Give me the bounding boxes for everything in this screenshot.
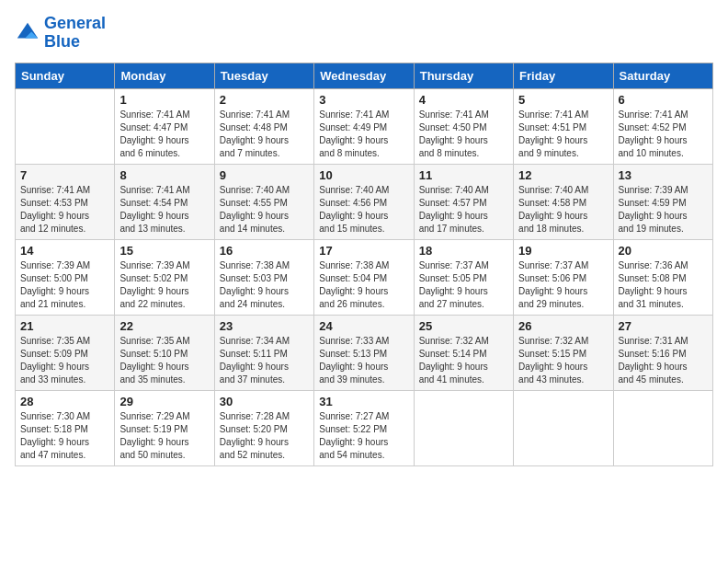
day-info: Sunrise: 7:41 AM Sunset: 4:53 PM Dayligh… — [20, 184, 109, 236]
calendar-cell: 2Sunrise: 7:41 AM Sunset: 4:48 PM Daylig… — [214, 88, 313, 164]
day-number: 9 — [220, 168, 309, 182]
day-number: 19 — [518, 244, 608, 258]
day-number: 5 — [518, 93, 608, 107]
day-number: 11 — [419, 168, 508, 182]
calendar-cell: 3Sunrise: 7:41 AM Sunset: 4:49 PM Daylig… — [314, 88, 414, 164]
calendar-cell: 21Sunrise: 7:35 AM Sunset: 5:09 PM Dayli… — [16, 315, 115, 390]
calendar-cell — [16, 88, 115, 164]
calendar-cell: 8Sunrise: 7:41 AM Sunset: 4:54 PM Daylig… — [115, 164, 214, 239]
day-number: 23 — [220, 319, 309, 333]
calendar-cell: 30Sunrise: 7:28 AM Sunset: 5:20 PM Dayli… — [214, 390, 313, 465]
day-info: Sunrise: 7:33 AM Sunset: 5:13 PM Dayligh… — [319, 335, 408, 386]
day-info: Sunrise: 7:27 AM Sunset: 5:22 PM Dayligh… — [319, 410, 408, 462]
day-number: 4 — [419, 93, 508, 107]
day-number: 13 — [619, 168, 708, 182]
day-info: Sunrise: 7:30 AM Sunset: 5:18 PM Dayligh… — [20, 410, 109, 462]
week-row-5: 28Sunrise: 7:30 AM Sunset: 5:18 PM Dayli… — [16, 390, 713, 465]
page-header: General Blue — [15, 15, 713, 52]
calendar-cell: 5Sunrise: 7:41 AM Sunset: 4:51 PM Daylig… — [514, 88, 613, 164]
day-number: 22 — [119, 319, 209, 333]
day-number: 6 — [619, 93, 708, 107]
day-info: Sunrise: 7:41 AM Sunset: 4:48 PM Dayligh… — [220, 109, 309, 160]
calendar-cell: 17Sunrise: 7:38 AM Sunset: 5:04 PM Dayli… — [314, 239, 414, 315]
day-info: Sunrise: 7:34 AM Sunset: 5:11 PM Dayligh… — [220, 335, 309, 386]
day-number: 7 — [20, 168, 109, 182]
day-number: 26 — [518, 319, 608, 333]
week-row-4: 21Sunrise: 7:35 AM Sunset: 5:09 PM Dayli… — [16, 315, 713, 390]
column-header-friday: Friday — [514, 63, 613, 88]
day-number: 2 — [220, 93, 309, 107]
column-header-tuesday: Tuesday — [214, 63, 313, 88]
day-info: Sunrise: 7:32 AM Sunset: 5:15 PM Dayligh… — [518, 335, 608, 386]
day-number: 31 — [319, 395, 408, 408]
day-number: 17 — [319, 244, 408, 258]
day-info: Sunrise: 7:40 AM Sunset: 4:56 PM Dayligh… — [319, 184, 408, 236]
logo: General Blue — [15, 15, 106, 52]
day-info: Sunrise: 7:40 AM Sunset: 4:57 PM Dayligh… — [419, 184, 508, 236]
day-number: 20 — [619, 244, 708, 258]
calendar-cell: 29Sunrise: 7:29 AM Sunset: 5:19 PM Dayli… — [115, 390, 214, 465]
day-number: 25 — [419, 319, 508, 333]
day-info: Sunrise: 7:41 AM Sunset: 4:50 PM Dayligh… — [419, 109, 508, 160]
column-header-monday: Monday — [115, 63, 214, 88]
day-info: Sunrise: 7:41 AM Sunset: 4:54 PM Dayligh… — [119, 184, 209, 236]
day-number: 15 — [119, 244, 209, 258]
day-info: Sunrise: 7:35 AM Sunset: 5:09 PM Dayligh… — [20, 335, 109, 386]
day-info: Sunrise: 7:36 AM Sunset: 5:08 PM Dayligh… — [619, 259, 708, 311]
calendar-header-row: SundayMondayTuesdayWednesdayThursdayFrid… — [16, 63, 713, 88]
calendar-cell: 31Sunrise: 7:27 AM Sunset: 5:22 PM Dayli… — [314, 390, 414, 465]
day-info: Sunrise: 7:35 AM Sunset: 5:10 PM Dayligh… — [119, 335, 209, 386]
week-row-3: 14Sunrise: 7:39 AM Sunset: 5:00 PM Dayli… — [16, 239, 713, 315]
day-number: 12 — [518, 168, 608, 182]
day-number: 24 — [319, 319, 408, 333]
day-info: Sunrise: 7:28 AM Sunset: 5:20 PM Dayligh… — [220, 410, 309, 462]
day-info: Sunrise: 7:31 AM Sunset: 5:16 PM Dayligh… — [619, 335, 708, 386]
day-info: Sunrise: 7:41 AM Sunset: 4:52 PM Dayligh… — [619, 109, 708, 160]
day-number: 1 — [119, 93, 209, 107]
calendar-cell — [414, 390, 513, 465]
column-header-wednesday: Wednesday — [314, 63, 414, 88]
calendar-cell: 1Sunrise: 7:41 AM Sunset: 4:47 PM Daylig… — [115, 88, 214, 164]
calendar-cell: 23Sunrise: 7:34 AM Sunset: 5:11 PM Dayli… — [214, 315, 313, 390]
column-header-saturday: Saturday — [613, 63, 712, 88]
day-info: Sunrise: 7:39 AM Sunset: 5:00 PM Dayligh… — [20, 259, 109, 311]
calendar-cell: 25Sunrise: 7:32 AM Sunset: 5:14 PM Dayli… — [414, 315, 513, 390]
calendar-cell: 16Sunrise: 7:38 AM Sunset: 5:03 PM Dayli… — [214, 239, 313, 315]
calendar-cell: 26Sunrise: 7:32 AM Sunset: 5:15 PM Dayli… — [514, 315, 613, 390]
calendar-cell: 7Sunrise: 7:41 AM Sunset: 4:53 PM Daylig… — [16, 164, 115, 239]
calendar-cell: 10Sunrise: 7:40 AM Sunset: 4:56 PM Dayli… — [314, 164, 414, 239]
calendar-cell: 6Sunrise: 7:41 AM Sunset: 4:52 PM Daylig… — [613, 88, 712, 164]
day-number: 16 — [220, 244, 309, 258]
column-header-sunday: Sunday — [16, 63, 115, 88]
day-info: Sunrise: 7:41 AM Sunset: 4:47 PM Dayligh… — [119, 109, 209, 160]
day-number: 27 — [619, 319, 708, 333]
calendar-cell: 24Sunrise: 7:33 AM Sunset: 5:13 PM Dayli… — [314, 315, 414, 390]
day-info: Sunrise: 7:39 AM Sunset: 5:02 PM Dayligh… — [119, 259, 209, 311]
day-number: 8 — [119, 168, 209, 182]
day-info: Sunrise: 7:41 AM Sunset: 4:49 PM Dayligh… — [319, 109, 408, 160]
day-number: 28 — [20, 395, 109, 408]
calendar-cell: 13Sunrise: 7:39 AM Sunset: 4:59 PM Dayli… — [613, 164, 712, 239]
day-number: 21 — [20, 319, 109, 333]
day-info: Sunrise: 7:37 AM Sunset: 5:06 PM Dayligh… — [518, 259, 608, 311]
calendar-cell: 14Sunrise: 7:39 AM Sunset: 5:00 PM Dayli… — [16, 239, 115, 315]
column-header-thursday: Thursday — [414, 63, 513, 88]
calendar-cell: 11Sunrise: 7:40 AM Sunset: 4:57 PM Dayli… — [414, 164, 513, 239]
calendar-cell: 18Sunrise: 7:37 AM Sunset: 5:05 PM Dayli… — [414, 239, 513, 315]
day-info: Sunrise: 7:29 AM Sunset: 5:19 PM Dayligh… — [119, 410, 209, 462]
day-info: Sunrise: 7:37 AM Sunset: 5:05 PM Dayligh… — [419, 259, 508, 311]
day-info: Sunrise: 7:32 AM Sunset: 5:14 PM Dayligh… — [419, 335, 508, 386]
calendar-cell: 27Sunrise: 7:31 AM Sunset: 5:16 PM Dayli… — [613, 315, 712, 390]
week-row-1: 1Sunrise: 7:41 AM Sunset: 4:47 PM Daylig… — [16, 88, 713, 164]
day-info: Sunrise: 7:38 AM Sunset: 5:04 PM Dayligh… — [319, 259, 408, 311]
day-info: Sunrise: 7:39 AM Sunset: 4:59 PM Dayligh… — [619, 184, 708, 236]
day-number: 3 — [319, 93, 408, 107]
calendar-cell: 4Sunrise: 7:41 AM Sunset: 4:50 PM Daylig… — [414, 88, 513, 164]
day-info: Sunrise: 7:40 AM Sunset: 4:58 PM Dayligh… — [518, 184, 608, 236]
calendar-cell — [613, 390, 712, 465]
week-row-2: 7Sunrise: 7:41 AM Sunset: 4:53 PM Daylig… — [16, 164, 713, 239]
calendar-cell: 15Sunrise: 7:39 AM Sunset: 5:02 PM Dayli… — [115, 239, 214, 315]
calendar-cell: 20Sunrise: 7:36 AM Sunset: 5:08 PM Dayli… — [613, 239, 712, 315]
calendar-cell: 9Sunrise: 7:40 AM Sunset: 4:55 PM Daylig… — [214, 164, 313, 239]
logo-text: General Blue — [44, 15, 106, 52]
